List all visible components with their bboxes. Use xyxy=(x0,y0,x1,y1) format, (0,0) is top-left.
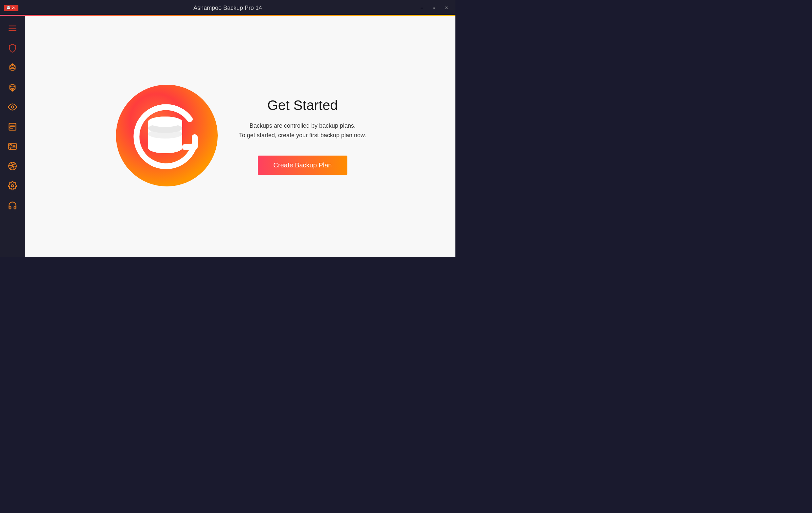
sidebar-item-help[interactable] xyxy=(3,196,22,215)
svg-point-7 xyxy=(11,106,14,108)
maximize-button[interactable]: ▪ xyxy=(429,4,439,12)
svg-point-5 xyxy=(10,85,15,87)
sidebar-item-tasks[interactable] xyxy=(3,118,22,136)
sidebar-item-backup[interactable] xyxy=(3,58,22,77)
svg-point-25 xyxy=(148,117,182,127)
feedback-icon: 💬 xyxy=(6,6,11,10)
logo-illustration xyxy=(114,83,219,189)
get-started-description: Backups are controlled by backup plans. … xyxy=(239,121,366,140)
close-button[interactable]: ✕ xyxy=(442,4,452,12)
main-layout: Get Started Backups are controlled by ba… xyxy=(0,16,456,256)
feedback-button[interactable]: 💬 2+ xyxy=(4,5,19,11)
title-bar: 💬 2+ Ashampoo Backup Pro 14 − ▪ ✕ xyxy=(0,0,456,16)
get-started-panel: Get Started Backups are controlled by ba… xyxy=(239,97,366,175)
description-line2: To get started, create your first backup… xyxy=(239,132,366,139)
sidebar-item-monitor[interactable] xyxy=(3,98,22,116)
description-line1: Backups are controlled by backup plans. xyxy=(250,122,356,129)
sidebar-item-disk[interactable] xyxy=(3,137,22,156)
sidebar xyxy=(0,16,25,256)
sidebar-item-menu[interactable] xyxy=(3,19,22,37)
svg-point-16 xyxy=(10,148,11,149)
sidebar-item-support[interactable] xyxy=(3,157,22,175)
feedback-count: 2+ xyxy=(12,6,16,10)
sidebar-item-restore[interactable] xyxy=(3,78,22,96)
get-started-heading: Get Started xyxy=(267,97,338,113)
minimize-button[interactable]: − xyxy=(417,4,427,12)
title-bar-left: 💬 2+ xyxy=(4,5,19,11)
main-content: Get Started Backups are controlled by ba… xyxy=(25,16,456,256)
sidebar-item-settings[interactable] xyxy=(3,177,22,195)
window-controls: − ▪ ✕ xyxy=(417,4,452,12)
svg-point-18 xyxy=(11,185,14,187)
svg-rect-13 xyxy=(10,144,11,146)
app-title: Ashampoo Backup Pro 14 xyxy=(194,5,262,11)
svg-point-22 xyxy=(148,143,182,153)
sidebar-item-shield[interactable] xyxy=(3,39,22,57)
create-backup-plan-button[interactable]: Create Backup Plan xyxy=(258,156,348,175)
